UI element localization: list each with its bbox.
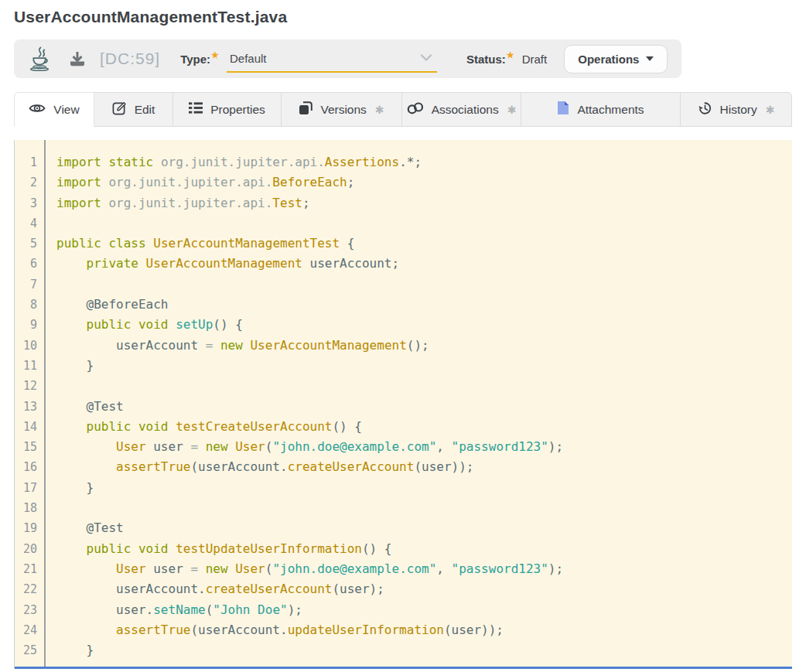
type-label: Type:★ <box>180 53 219 66</box>
code-row: 9 public void setUp() { <box>15 315 792 335</box>
line-number: 8 <box>15 295 44 315</box>
tab-label: Properties <box>210 103 265 117</box>
type-select-value: Default <box>227 52 267 65</box>
line-number: 12 <box>15 376 44 396</box>
code-row: 17 } <box>15 478 792 498</box>
line-number: 6 <box>15 254 44 274</box>
document-code-ref: [DC:59] <box>100 49 160 68</box>
code-line: assertTrue(userAccount.updateUserInforma… <box>56 620 504 640</box>
page-title: UserAccountManagementTest.java <box>14 8 792 26</box>
code-row: 12 <box>15 376 792 396</box>
copies-icon <box>299 101 312 118</box>
line-number: 1 <box>15 152 44 172</box>
line-number: 14 <box>15 417 44 437</box>
tab-attachments[interactable]: Attachments <box>521 92 681 127</box>
line-number: 25 <box>15 640 44 660</box>
code-row: 23 user.setName("John Doe"); <box>15 600 792 620</box>
code-row: 8 @BeforeEach <box>15 295 792 315</box>
code-line: public void testUpdateUserInformation() … <box>56 539 392 559</box>
code-lines: 1import static org.junit.jupiter.api.Ass… <box>15 140 792 660</box>
status-label: Status:★ <box>466 53 514 66</box>
chevron-down-icon <box>420 54 432 62</box>
bottom-scroll-bar[interactable] <box>15 667 792 669</box>
code-line: import org.junit.jupiter.api.Test; <box>56 193 310 213</box>
list-icon <box>189 102 203 117</box>
type-select[interactable]: Default <box>227 45 437 73</box>
line-number: 4 <box>15 213 44 234</box>
tab-properties[interactable]: Properties <box>173 92 282 127</box>
code-line: import static org.junit.jupiter.api.Asse… <box>56 152 422 172</box>
code-line: @BeforeEach <box>56 295 169 315</box>
line-number: 11 <box>15 356 44 376</box>
operations-button-label: Operations <box>578 53 639 66</box>
code-line: assertTrue(userAccount.createUserAccount… <box>56 457 473 477</box>
draft-marker: ✱ <box>375 104 384 116</box>
tab-bar: View Edit Properties Versions ✱ Associat… <box>14 92 792 127</box>
code-row: 11 } <box>15 356 792 376</box>
line-number: 18 <box>15 498 44 518</box>
link-icon <box>407 102 424 118</box>
line-number: 23 <box>15 600 44 620</box>
tab-view[interactable]: View <box>14 92 94 127</box>
line-number: 5 <box>15 234 44 254</box>
code-row: 19 @Test <box>15 518 792 538</box>
operations-button[interactable]: Operations <box>564 45 668 73</box>
code-row: 6 private UserAccountManagement userAcco… <box>15 254 792 274</box>
code-row: 22 userAccount.createUserAccount(user); <box>15 579 792 599</box>
tab-label: Edit <box>135 103 155 117</box>
draft-marker: ✱ <box>507 104 517 116</box>
line-number: 7 <box>15 275 44 295</box>
code-row: 1import static org.junit.jupiter.api.Ass… <box>15 152 792 172</box>
edit-icon <box>112 101 127 118</box>
required-star-icon: ★ <box>211 50 219 60</box>
code-row: 4 <box>15 213 792 234</box>
draft-marker: ✱ <box>766 104 775 116</box>
line-number: 3 <box>15 193 44 213</box>
tab-edit[interactable]: Edit <box>94 92 173 127</box>
tab-associations[interactable]: Associations ✱ <box>402 92 521 127</box>
line-number: 19 <box>15 518 44 538</box>
code-line: } <box>56 640 94 660</box>
code-line: } <box>56 356 94 376</box>
code-row: 13 @Test <box>15 397 792 417</box>
java-file-icon <box>29 46 50 71</box>
line-number: 20 <box>15 539 44 559</box>
history-icon <box>698 101 712 118</box>
code-line: } <box>56 478 94 498</box>
code-row: 15 User user = new User("john.doe@exampl… <box>15 437 792 457</box>
line-number: 10 <box>15 336 44 356</box>
file-icon <box>557 101 569 118</box>
code-line: userAccount = new UserAccountManagement(… <box>56 336 429 356</box>
code-line: User user = new User("john.doe@example.c… <box>56 559 563 579</box>
code-line: @Test <box>56 397 124 417</box>
tab-versions[interactable]: Versions ✱ <box>282 92 402 127</box>
line-number: 17 <box>15 478 44 498</box>
code-line: import org.junit.jupiter.api.BeforeEach; <box>56 172 354 193</box>
code-row: 5public class UserAccountManagementTest … <box>15 234 792 254</box>
line-number: 9 <box>15 315 44 335</box>
code-row: 10 userAccount = new UserAccountManageme… <box>15 336 792 356</box>
required-star-icon: ★ <box>507 50 514 60</box>
code-row: 3import org.junit.jupiter.api.Test; <box>15 193 792 213</box>
tab-label: View <box>53 103 79 117</box>
code-line: public void testCreateUserAccount() { <box>56 417 362 437</box>
code-line: private UserAccountManagement userAccoun… <box>56 254 399 274</box>
status-value: Draft <box>522 53 548 66</box>
code-row: 18 <box>15 498 792 518</box>
code-row: 21 User user = new User("john.doe@exampl… <box>15 559 792 579</box>
code-row: 16 assertTrue(userAccount.createUserAcco… <box>15 457 792 477</box>
code-row: 25 } <box>15 640 792 660</box>
line-number: 15 <box>15 437 44 457</box>
tab-history[interactable]: History ✱ <box>681 92 792 127</box>
download-icon[interactable] <box>69 51 86 67</box>
code-line: public class UserAccountManagementTest { <box>56 234 354 254</box>
line-number: 21 <box>15 559 44 579</box>
code-line: @Test <box>56 518 124 538</box>
code-line: user.setName("John Doe"); <box>56 600 302 620</box>
document-toolbar: [DC:59] Type:★ Default Status:★ Draft Op… <box>14 39 681 78</box>
line-number: 2 <box>15 172 44 193</box>
code-line: User user = new User("john.doe@example.c… <box>56 437 563 457</box>
code-viewer: 1import static org.junit.jupiter.api.Ass… <box>14 140 792 669</box>
code-row: 2import org.junit.jupiter.api.BeforeEach… <box>15 172 792 193</box>
eye-icon <box>29 102 46 118</box>
